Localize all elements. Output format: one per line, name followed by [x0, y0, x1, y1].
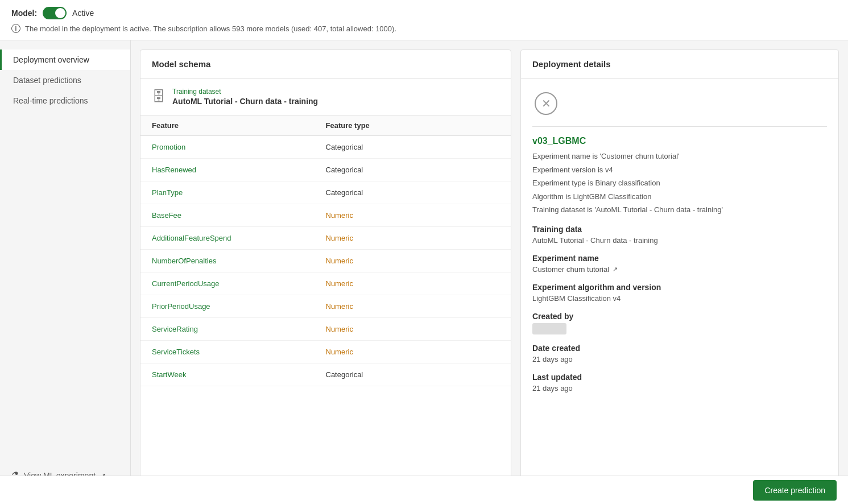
content-area: Model schema 🗄 Training dataset AutoML T… [131, 40, 848, 499]
sidebar-item-dataset-predictions[interactable]: Dataset predictions [0, 70, 130, 90]
model-status-text: Active [72, 9, 94, 18]
sidebar-item-real-time-predictions[interactable]: Real-time predictions [0, 90, 130, 111]
table-row: PlanTypeCategorical [140, 181, 511, 204]
section-label-experiment-name: Experiment name [532, 254, 827, 263]
experiment-name-row: Customer churn tutorial↗ [532, 265, 827, 274]
toggle-knob [55, 8, 65, 18]
header-feature: Feature [152, 121, 326, 130]
section-value-experiment-algorithm: LightGBM Classification v4 [532, 294, 827, 303]
cell-type-7: Numeric [326, 302, 500, 311]
cell-feature-8: ServiceRating [152, 325, 326, 333]
sidebar: Deployment overview Dataset predictions … [0, 40, 131, 499]
training-dataset-detail-value: 'AutoML Tutorial - Churn data - training… [594, 205, 723, 214]
table-row: PromotionCategorical [140, 136, 511, 159]
model-status-row: Model: Active [11, 7, 837, 19]
table-row: AdditionalFeatureSpendNumeric [140, 227, 511, 250]
cell-type-10: Categorical [326, 370, 500, 379]
cell-type-6: Numeric [326, 279, 500, 288]
training-dataset-info: Training dataset AutoML Tutorial - Churn… [172, 88, 318, 106]
details-content: ✕ v03_LGBMC Experiment name is 'Customer… [521, 79, 838, 489]
cell-type-2: Categorical [326, 188, 500, 197]
table-row: StartWeekCategorical [140, 363, 511, 386]
detail-section-experiment-algorithm: Experiment algorithm and versionLightGBM… [532, 283, 827, 303]
cell-type-5: Numeric [326, 257, 500, 265]
sidebar-item-deployment-overview[interactable]: Deployment overview [0, 49, 130, 70]
create-prediction-button[interactable]: Create prediction [753, 480, 837, 501]
model-icon-area: ✕ [532, 90, 560, 117]
cell-type-8: Numeric [326, 325, 500, 333]
cell-feature-10: StartWeek [152, 370, 326, 379]
table-header: Feature Feature type [140, 115, 511, 136]
experiment-type-label: Experiment type is [532, 179, 593, 187]
training-dataset-label: Training dataset [172, 88, 318, 96]
algorithm-label: Algorithm is [532, 192, 571, 201]
section-label-created-by: Created by [532, 312, 827, 321]
model-toggle[interactable] [43, 7, 67, 19]
section-value-experiment-name: Customer churn tutorial [532, 265, 609, 274]
table-row: NumberOfPenaltiesNumeric [140, 250, 511, 272]
table-row: HasRenewedCategorical [140, 159, 511, 181]
sidebar-nav: Deployment overview Dataset predictions … [0, 49, 130, 111]
cell-feature-9: ServiceTickets [152, 348, 326, 356]
header-feature-type: Feature type [326, 121, 500, 130]
table-row: ServiceTicketsNumeric [140, 341, 511, 363]
detail-sections: Training dataAutoML Tutorial - Churn dat… [532, 225, 827, 393]
algorithm-line: Algorithm is LightGBM Classification [532, 191, 827, 203]
cell-feature-1: HasRenewed [152, 166, 326, 174]
detail-section-training-data: Training dataAutoML Tutorial - Churn dat… [532, 225, 827, 245]
section-value-date-created: 21 days ago [532, 355, 827, 363]
cell-type-4: Numeric [326, 234, 500, 242]
cell-type-9: Numeric [326, 348, 500, 356]
experiment-version-line: Experiment version is v4 [532, 164, 827, 176]
detail-section-experiment-name: Experiment nameCustomer churn tutorial↗ [532, 254, 827, 274]
experiment-name-label: Experiment name is [532, 152, 598, 160]
table-row: ServiceRatingNumeric [140, 318, 511, 341]
section-value-last-updated: 21 days ago [532, 384, 827, 393]
algorithm-value: LightGBM Classification [573, 192, 652, 201]
info-text: The model in the deployment is active. T… [25, 24, 396, 33]
training-dataset-detail-label: Training dataset is [532, 205, 593, 214]
table-row: BaseFeeNumeric [140, 204, 511, 227]
model-schema-title: Model schema [140, 50, 511, 79]
experiment-version-label: Experiment version is [532, 166, 603, 174]
database-icon: 🗄 [152, 89, 166, 105]
training-dataset-name: AutoML Tutorial - Churn data - training [172, 97, 318, 106]
experiment-type-value: Binary classification [595, 179, 660, 187]
main-content: Deployment overview Dataset predictions … [0, 40, 848, 499]
section-label-training-data: Training data [532, 225, 827, 234]
cell-type-1: Categorical [326, 166, 500, 174]
detail-section-created-by: Created by [532, 312, 827, 334]
model-version-name: v03_LGBMC [532, 136, 827, 146]
footer-bar: Create prediction [0, 476, 848, 504]
experiment-version-value: v4 [605, 166, 613, 174]
cell-feature-2: PlanType [152, 188, 326, 197]
experiment-name-line: Experiment name is 'Customer churn tutor… [532, 151, 827, 162]
x-circle-icon: ✕ [535, 92, 557, 115]
experiment-name-value: 'Customer churn tutorial' [600, 152, 680, 160]
section-label-experiment-algorithm: Experiment algorithm and version [532, 283, 827, 292]
deployment-details-title: Deployment details [521, 50, 838, 79]
detail-section-last-updated: Last updated21 days ago [532, 373, 827, 393]
section-label-last-updated: Last updated [532, 373, 827, 382]
cell-feature-6: CurrentPeriodUsage [152, 279, 326, 288]
cell-type-0: Categorical [326, 143, 500, 151]
info-row: i The model in the deployment is active.… [11, 24, 837, 33]
cell-feature-4: AdditionalFeatureSpend [152, 234, 326, 242]
avatar [532, 323, 566, 334]
cell-feature-7: PriorPeriodUsage [152, 302, 326, 311]
external-link-icon-experiment-name[interactable]: ↗ [613, 266, 618, 273]
section-value-training-data: AutoML Tutorial - Churn data - training [532, 236, 827, 245]
features-table: Feature Feature type PromotionCategorica… [140, 115, 511, 489]
deployment-details-panel: Deployment details ✕ v03_LGBMC Experimen… [520, 49, 839, 490]
details-divider [532, 126, 827, 127]
table-row: CurrentPeriodUsageNumeric [140, 272, 511, 295]
training-dataset-detail-line: Training dataset is 'AutoML Tutorial - C… [532, 204, 827, 216]
model-schema-panel: Model schema 🗄 Training dataset AutoML T… [140, 49, 511, 490]
info-icon: i [11, 24, 20, 33]
features-rows: PromotionCategoricalHasRenewedCategorica… [140, 136, 511, 386]
table-row: PriorPeriodUsageNumeric [140, 295, 511, 318]
experiment-type-line: Experiment type is Binary classification [532, 177, 827, 189]
cell-feature-0: Promotion [152, 143, 326, 151]
cell-feature-5: NumberOfPenalties [152, 257, 326, 265]
top-bar: Model: Active i The model in the deploym… [0, 0, 848, 40]
